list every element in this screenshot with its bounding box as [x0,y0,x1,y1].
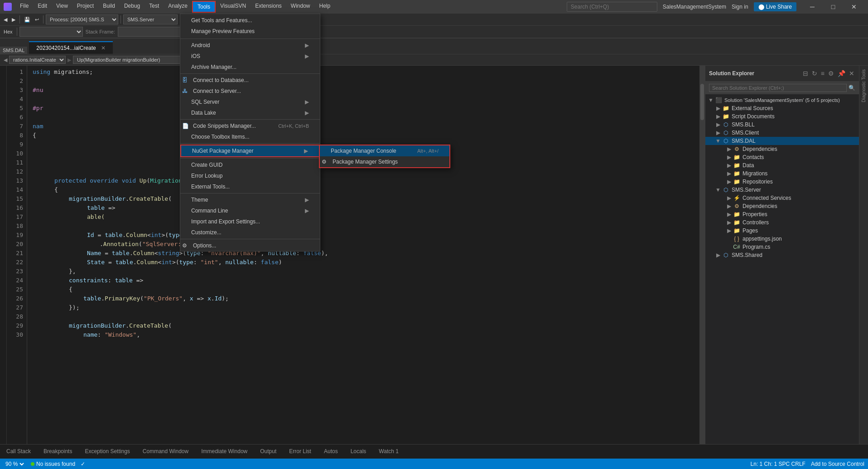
mi-package-settings[interactable]: ⚙ Package Manager Settings [320,156,449,167]
mi-label: Theme [191,197,208,203]
menu-debug[interactable]: Debug [120,1,145,13]
arrow-right-icon: ▶ [305,208,309,214]
arrow-right-icon: ▶ [305,197,309,203]
vs-logo [4,3,12,11]
shortcut-label: Ctrl+K, Ctrl+B [269,123,309,129]
arrow-right-icon: ▶ [305,53,309,59]
mi-ios[interactable]: iOS ▶ [180,51,320,62]
menu-window[interactable]: Window [286,1,315,13]
mi-nuget[interactable]: NuGet Package Manager ▶ Package Manager … [180,145,320,157]
titlebar-left: File Edit View Project Build Debug Test … [4,1,335,13]
menu-extensions[interactable]: Extensions [251,1,286,13]
mi-label: Connect to Database... [193,77,249,83]
mi-label: Create GUID [191,162,222,168]
minimize-button[interactable]: ─ [802,0,823,14]
nuget-submenu: Package Manager Console Alt+, Alt+/ ⚙ Pa… [319,145,450,168]
mi-label: Archive Manager... [191,64,236,70]
menu-view[interactable]: View [52,1,72,13]
menu-divider-4 [180,143,320,144]
menu-visualsvn[interactable]: VisualSVN [216,1,251,13]
mi-sql-server[interactable]: SQL Server ▶ [180,97,320,107]
mi-code-snippets[interactable]: 📄 Code Snippets Manager... Ctrl+K, Ctrl+… [180,121,320,131]
menu-divider-7 [180,239,320,239]
menu-backdrop[interactable] [0,14,868,469]
mi-options[interactable]: ⚙ Options... [180,240,320,251]
menu-build[interactable]: Build [98,1,120,13]
mi-label: iOS [191,53,200,59]
mi-label: Error Lookup [191,173,222,179]
shortcut-label: Alt+, Alt+/ [408,148,439,154]
mi-label: Android [191,42,210,48]
mi-label: Customize... [191,229,222,236]
mi-theme[interactable]: Theme ▶ [180,194,320,205]
menu-bar: File Edit View Project Build Debug Test … [15,1,335,13]
mi-label: Import and Export Settings... [191,218,260,225]
mi-label: Command Line [191,208,228,214]
mi-label: Options... [193,242,216,249]
menu-divider-1 [180,39,320,39]
mi-connect-db[interactable]: 🗄 Connect to Database... [180,75,320,86]
menu-test[interactable]: Test [145,1,164,13]
close-button[interactable]: ✕ [844,0,864,14]
mi-create-guid[interactable]: Create GUID [180,160,320,170]
mi-manage-preview[interactable]: Manage Preview Features [180,26,320,37]
mi-error-lookup[interactable]: Error Lookup [180,170,320,181]
arrow-right-icon: ▶ [305,110,309,116]
arrow-right-icon: ▶ [305,42,309,48]
mi-label: External Tools... [191,184,230,190]
mi-choose-toolbox[interactable]: Choose Toolbox Items... [180,131,320,142]
titlebar: File Edit View Project Build Debug Test … [0,0,868,14]
mi-label: Manage Preview Features [191,28,255,34]
menu-divider-5 [180,158,320,159]
mi-command-line[interactable]: Command Line ▶ [180,205,320,216]
mi-android[interactable]: Android ▶ [180,40,320,51]
snippet-icon: 📄 [182,123,191,129]
window-controls: ─ □ ✕ [802,0,864,14]
mi-label: Connect to Server... [193,88,241,94]
menu-help[interactable]: Help [315,1,335,13]
mi-label: SQL Server [191,99,219,105]
gear-icon: ⚙ [322,159,331,165]
mi-label: Choose Toolbox Items... [191,134,250,140]
gear-icon: ⚙ [182,242,191,249]
mi-get-tools[interactable]: Get Tools and Features... [180,15,320,26]
server-icon: 🖧 [182,88,191,94]
mi-label: Package Manager Console [331,148,396,154]
db-icon: 🗄 [182,77,191,83]
liveshare-label: Live Share [766,4,792,10]
titlebar-search[interactable] [567,2,657,12]
menu-divider-3 [180,119,320,120]
menu-divider-6 [180,193,320,193]
menu-file[interactable]: File [15,1,33,13]
sign-in[interactable]: Sign in [732,4,748,10]
mi-archive[interactable]: Archive Manager... [180,62,320,73]
menu-project[interactable]: Project [72,1,98,13]
mi-connect-server[interactable]: 🖧 Connect to Server... [180,86,320,97]
maximize-button[interactable]: □ [823,0,844,14]
mi-data-lake[interactable]: Data Lake ▶ [180,107,320,118]
menu-section-1: Get Tools and Features... Manage Preview… [180,14,320,38]
menu-divider-2 [180,73,320,74]
project-name: SalesManagementSystem [663,4,726,10]
arrow-right-icon: ▶ [305,99,309,105]
liveshare-button[interactable]: ⬤ Live Share [754,2,796,11]
mi-label: Package Manager Settings [333,159,398,165]
liveshare-icon: ⬤ [758,4,764,10]
mi-customize[interactable]: Customize... [180,227,320,238]
menu-tools[interactable]: Tools [192,1,216,13]
menu-analyze[interactable]: Analyze [164,1,192,13]
menu-edit[interactable]: Edit [33,1,52,13]
mi-label: Get Tools and Features... [191,17,252,24]
mi-label: NuGet Package Manager [192,148,253,154]
mi-import-export[interactable]: Import and Export Settings... [180,216,320,227]
arrow-right-icon: ▶ [304,148,308,154]
tools-dropdown-menu: Get Tools and Features... Manage Preview… [180,14,320,251]
mi-label: Data Lake [191,110,216,116]
mi-external-tools[interactable]: External Tools... [180,181,320,192]
mi-package-console[interactable]: Package Manager Console Alt+, Alt+/ [320,145,449,156]
mi-label: Code Snippets Manager... [193,123,256,129]
